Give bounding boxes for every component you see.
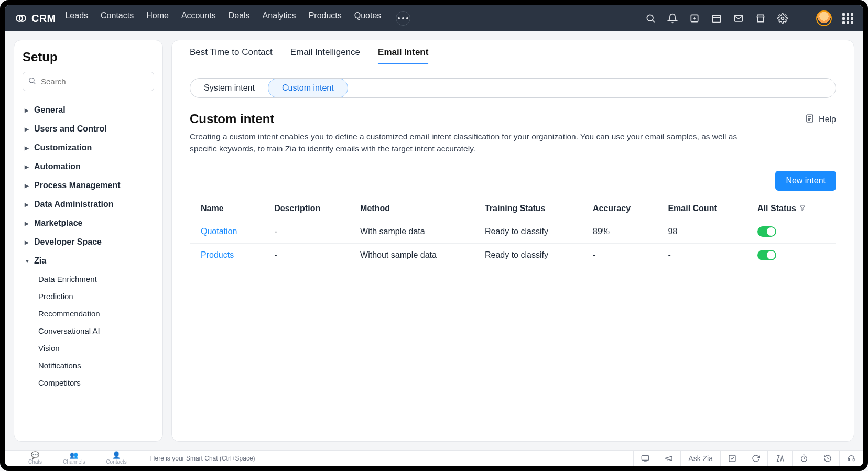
zia-conversational[interactable]: Conversational AI	[38, 322, 154, 339]
status-toggle[interactable]	[757, 250, 776, 260]
sidebar-search	[23, 72, 154, 91]
bottombar-contacts[interactable]: 👤Contacts	[106, 452, 126, 465]
add-note-icon[interactable]	[689, 13, 700, 24]
new-intent-button[interactable]: New intent	[775, 171, 836, 191]
nav-products[interactable]: Products	[309, 11, 342, 26]
bell-icon[interactable]	[667, 13, 678, 24]
calendar-icon[interactable]	[711, 13, 722, 24]
refresh-icon[interactable]	[744, 451, 767, 466]
section-title: Custom intent	[190, 112, 745, 126]
megaphone-icon[interactable]	[657, 451, 680, 466]
search-input[interactable]	[23, 72, 154, 91]
svg-line-3	[653, 20, 655, 23]
gear-icon[interactable]	[777, 13, 788, 24]
svg-rect-28	[848, 458, 850, 461]
search-icon[interactable]	[645, 13, 656, 24]
col-description[interactable]: Description	[264, 197, 350, 220]
zia-recommendation[interactable]: Recommendation	[38, 305, 154, 322]
svg-rect-7	[713, 15, 721, 22]
sidebar-item-automation[interactable]: ▶Automation	[23, 157, 154, 176]
cell-method: With sample data	[350, 220, 474, 243]
store-icon[interactable]	[755, 13, 766, 24]
help-label: Help	[819, 115, 836, 124]
smart-chat-prompt[interactable]: Here is your Smart Chat (Ctrl+Space)	[143, 455, 633, 462]
col-accuracy[interactable]: Accuracy	[582, 197, 657, 220]
help-button[interactable]: Help	[805, 114, 836, 125]
nav-analytics[interactable]: Analytics	[263, 11, 296, 26]
bottombar-label: Contacts	[106, 459, 126, 465]
present-icon[interactable]	[633, 451, 657, 466]
intent-table: Name Description Method Training Status …	[190, 197, 836, 267]
zia-prediction[interactable]: Prediction	[38, 288, 154, 305]
sidebar: Setup ▶General ▶Users and Control ▶Custo…	[14, 40, 163, 442]
chevron-right-icon: ▶	[25, 145, 30, 151]
table-row: Products - Without sample data Ready to …	[190, 243, 836, 267]
status-toggle[interactable]	[757, 226, 776, 237]
search-icon	[28, 76, 36, 87]
cell-accuracy: 89%	[582, 220, 657, 243]
sidebar-item-label: Customization	[34, 143, 92, 152]
ask-zia-button[interactable]: Ask Zia	[680, 451, 720, 466]
zia-vision[interactable]: Vision	[38, 339, 154, 357]
bottombar-label: Chats	[28, 459, 42, 465]
table-row: Quotation - With sample data Ready to cl…	[190, 220, 836, 243]
bottombar-channels[interactable]: 👥Channels	[63, 452, 85, 465]
col-status-label: All Status	[757, 204, 796, 213]
avatar[interactable]	[816, 10, 832, 26]
brand[interactable]: CRM	[15, 12, 56, 25]
clock-icon[interactable]	[792, 451, 816, 466]
sidebar-item-zia[interactable]: ▼Zia	[23, 251, 154, 270]
top-nav: CRM Leads Contacts Home Accounts Deals A…	[5, 5, 863, 31]
headset-icon[interactable]	[839, 451, 863, 466]
chevron-right-icon: ▶	[25, 107, 30, 113]
col-name[interactable]: Name	[190, 197, 264, 220]
svg-marker-17	[800, 206, 805, 211]
channels-icon: 👥	[70, 452, 78, 458]
tab-email-intelligence[interactable]: Email Intelligence	[290, 40, 360, 64]
pill-system-intent[interactable]: System intent	[190, 79, 268, 97]
chevron-down-icon: ▼	[25, 258, 30, 264]
zia-icon[interactable]	[767, 451, 792, 466]
nav-deals[interactable]: Deals	[229, 11, 250, 26]
nav-home[interactable]: Home	[146, 11, 169, 26]
sidebar-item-general[interactable]: ▶General	[23, 101, 154, 119]
sidebar-item-marketplace[interactable]: ▶Marketplace	[23, 214, 154, 233]
main-panel: Best Time to Contact Email Intelligence …	[171, 40, 854, 442]
tab-bar: Best Time to Contact Email Intelligence …	[172, 40, 854, 64]
filter-icon[interactable]	[799, 204, 806, 213]
col-method[interactable]: Method	[350, 197, 474, 220]
intent-name-link[interactable]: Products	[190, 243, 264, 267]
help-icon	[805, 114, 815, 125]
intent-name-link[interactable]: Quotation	[190, 220, 264, 243]
bottom-bar: 💬Chats 👥Channels 👤Contacts Here is your …	[5, 450, 863, 466]
bottombar-chats[interactable]: 💬Chats	[28, 452, 42, 465]
apps-grid-icon[interactable]	[842, 13, 853, 24]
zia-data-enrichment[interactable]: Data Enrichment	[38, 270, 154, 288]
col-status[interactable]: All Status	[747, 197, 836, 220]
sidebar-item-label: Marketplace	[34, 218, 83, 228]
sidebar-item-customization[interactable]: ▶Customization	[23, 138, 154, 157]
sidebar-item-process[interactable]: ▶Process Management	[23, 176, 154, 195]
mail-icon[interactable]	[733, 13, 744, 24]
nav-accounts[interactable]: Accounts	[181, 11, 216, 26]
history-icon[interactable]	[816, 451, 839, 466]
nav-items: Leads Contacts Home Accounts Deals Analy…	[65, 11, 410, 26]
zia-competitors[interactable]: Competitors	[38, 374, 154, 391]
chevron-right-icon: ▶	[25, 126, 30, 132]
nav-more-icon[interactable]	[396, 11, 410, 26]
topnav-divider	[802, 12, 802, 25]
col-training[interactable]: Training Status	[474, 197, 582, 220]
sidebar-item-developer[interactable]: ▶Developer Space	[23, 233, 154, 251]
nav-quotes[interactable]: Quotes	[354, 11, 382, 26]
zia-notifications[interactable]: Notifications	[38, 357, 154, 374]
tab-best-time[interactable]: Best Time to Contact	[190, 40, 273, 64]
svg-line-12	[34, 82, 35, 84]
nav-contacts[interactable]: Contacts	[101, 11, 134, 26]
nav-leads[interactable]: Leads	[65, 11, 88, 26]
pill-custom-intent[interactable]: Custom intent	[268, 78, 348, 98]
sidebar-item-users[interactable]: ▶Users and Control	[23, 119, 154, 138]
checklist-icon[interactable]	[720, 451, 744, 466]
tab-email-intent[interactable]: Email Intent	[378, 40, 428, 64]
col-emailcount[interactable]: Email Count	[657, 197, 747, 220]
sidebar-item-dataadmin[interactable]: ▶Data Administration	[23, 195, 154, 214]
